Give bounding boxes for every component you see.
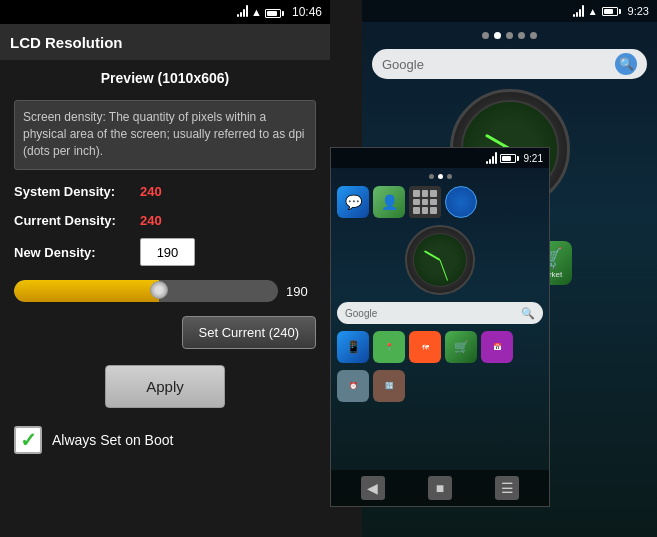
front-dot-3 <box>447 174 452 179</box>
front-search-bar[interactable]: Google 🔍 <box>337 302 543 324</box>
front-app-3[interactable]: 🗺 <box>409 331 441 363</box>
slider-fill <box>14 280 159 302</box>
system-density-row: System Density: 240 <box>14 184 316 199</box>
slider-value: 190 <box>286 284 316 299</box>
description-text: Screen density: The quantity of pixels w… <box>23 110 304 158</box>
status-bar-right: ▲ 9:23 <box>362 0 657 22</box>
front-dots <box>335 172 545 181</box>
status-icons: ▲ <box>237 5 284 20</box>
front-search-icon[interactable]: 🔍 <box>521 307 535 320</box>
page-title: LCD Resolution <box>10 34 123 51</box>
front-app-2[interactable]: 📍 <box>373 331 405 363</box>
apply-button[interactable]: Apply <box>105 365 225 408</box>
signal-icon-front <box>486 152 497 164</box>
time-front: 9:21 <box>524 153 543 164</box>
wifi-icon: ▲ <box>251 6 262 18</box>
search-icon[interactable]: 🔍 <box>615 53 637 75</box>
current-density-label: Current Density: <box>14 213 134 228</box>
dot-2 <box>494 32 501 39</box>
system-density-label: System Density: <box>14 184 134 199</box>
right-panel: ▲ 9:23 Google 🔍 <box>330 0 657 537</box>
dot-5 <box>530 32 537 39</box>
slider-container: 190 <box>14 280 316 302</box>
dot-4 <box>518 32 525 39</box>
battery-icon-front <box>500 154 519 163</box>
front-app-7[interactable]: 🔢 <box>373 370 405 402</box>
description-box: Screen density: The quantity of pixels w… <box>14 100 316 170</box>
front-app-6[interactable]: ⏰ <box>337 370 369 402</box>
phone-front: 9:21 💬 👤 <box>330 147 550 507</box>
slider-track[interactable] <box>14 280 278 302</box>
time-display: 10:46 <box>292 5 322 19</box>
signal-icon <box>237 5 248 20</box>
front-icon-row-3: ⏰ 🔢 <box>335 368 545 404</box>
slider-thumb <box>150 281 168 299</box>
time-right: 9:23 <box>628 5 649 17</box>
preview-title: Preview (1010x606) <box>14 70 316 86</box>
signal-icon-right <box>573 5 584 17</box>
checkmark-icon: ✓ <box>20 430 37 450</box>
new-density-input[interactable] <box>140 238 195 266</box>
set-current-button[interactable]: Set Current (240) <box>182 316 316 349</box>
front-globe-icon[interactable] <box>445 186 477 218</box>
front-grid-icon[interactable] <box>409 186 441 218</box>
front-content: 💬 👤 Google <box>331 168 549 408</box>
battery-icon <box>265 5 284 19</box>
front-hour-hand <box>424 250 441 261</box>
front-search-text: Google <box>345 308 521 319</box>
home-button[interactable]: ■ <box>428 476 452 500</box>
status-bar-left: ▲ 10:46 <box>0 0 330 24</box>
status-bar-front: 9:21 <box>331 148 549 168</box>
dot-3 <box>506 32 513 39</box>
front-messaging-icon[interactable]: 💬 <box>337 186 369 218</box>
back-button[interactable]: ◀ <box>361 476 385 500</box>
always-set-row: ✓ Always Set on Boot <box>14 426 316 454</box>
search-placeholder: Google <box>382 57 615 72</box>
title-bar: LCD Resolution <box>0 24 330 60</box>
front-icon-row-1: 💬 👤 <box>335 184 545 220</box>
dot-1 <box>482 32 489 39</box>
menu-button[interactable]: ☰ <box>495 476 519 500</box>
grid-icon-img <box>409 186 441 218</box>
search-bar[interactable]: Google 🔍 <box>372 49 647 79</box>
battery-icon-right <box>602 7 621 16</box>
bottom-nav-front: ◀ ■ ☰ <box>331 470 549 506</box>
wifi-icon-right: ▲ <box>588 6 598 17</box>
new-density-row: New Density: <box>14 238 316 266</box>
front-app-5[interactable]: 📅 <box>481 331 513 363</box>
page-dots <box>368 28 651 43</box>
front-dot-2 <box>438 174 443 179</box>
lcd-content: Preview (1010x606) Screen density: The q… <box>0 60 330 537</box>
front-app-1[interactable]: 📱 <box>337 331 369 363</box>
front-clock-face <box>413 233 467 287</box>
always-set-checkbox[interactable]: ✓ <box>14 426 42 454</box>
always-set-label: Always Set on Boot <box>52 432 173 448</box>
front-icon-row-2: 📱 📍 🗺 🛒 📅 <box>335 329 545 365</box>
left-panel: ▲ 10:46 LCD Resolution Preview (1010x606… <box>0 0 330 537</box>
system-density-value: 240 <box>140 184 162 199</box>
front-dot-1 <box>429 174 434 179</box>
front-contacts-icon[interactable]: 👤 <box>373 186 405 218</box>
new-density-label: New Density: <box>14 245 134 260</box>
current-density-row: Current Density: 240 <box>14 213 316 228</box>
front-minute-hand <box>440 260 448 281</box>
front-clock-widget <box>405 225 475 295</box>
front-app-4[interactable]: 🛒 <box>445 331 477 363</box>
current-density-value: 240 <box>140 213 162 228</box>
